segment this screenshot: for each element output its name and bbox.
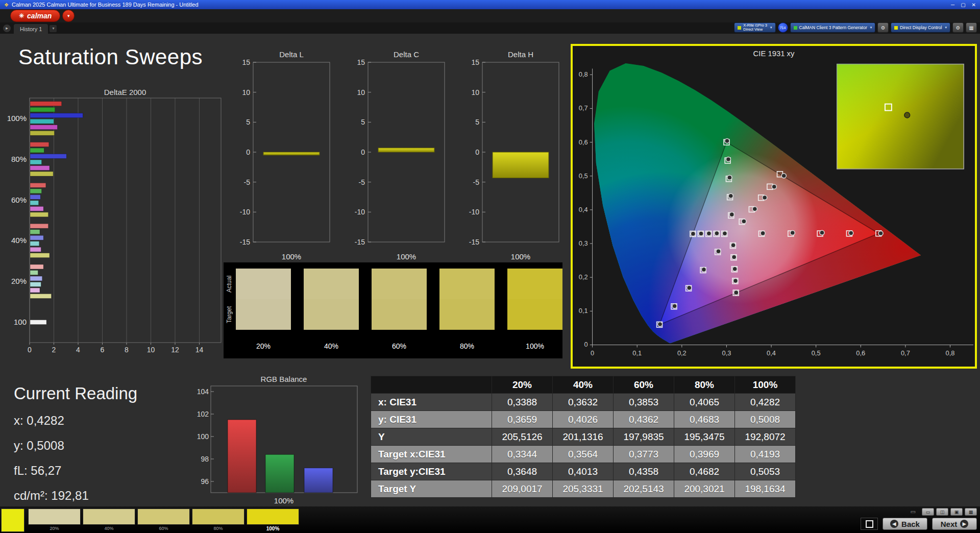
row-label: Target x:CIE31 <box>371 446 492 463</box>
patch-swatch-60%[interactable]: 60% <box>137 508 190 531</box>
chevron-down-icon: ▾ <box>870 26 872 30</box>
table-header-row: 20%40%60%80%100% <box>371 376 796 394</box>
next-arrow-icon: ▶ <box>960 520 968 528</box>
utility-button-4[interactable]: ▦ <box>965 508 977 516</box>
logo-menu-chevron-icon[interactable]: ▾ <box>62 10 75 22</box>
svg-text:2: 2 <box>52 346 56 354</box>
svg-text:4: 4 <box>76 346 80 354</box>
patch-swatch-20%[interactable]: 20% <box>28 508 81 531</box>
patch-color <box>28 508 81 525</box>
saturation-swatch-40%: 40% <box>304 269 359 350</box>
saturation-swatch-20%: 20% <box>236 269 291 350</box>
svg-text:0,6: 0,6 <box>856 349 865 357</box>
pattern-generator-label: CalMAN Client 3 Pattern Generator <box>799 25 867 30</box>
table-cell: 0,3388 <box>492 394 553 411</box>
delta-l-chart: Delta L151050-5-10-15100% <box>229 49 336 269</box>
swatch-label: 40% <box>304 342 359 350</box>
table-row: x: CIE310,33880,36320,38530,40650,4282 <box>371 394 796 411</box>
pattern-settings-gear-icon[interactable]: ⚙ <box>877 22 889 33</box>
svg-text:100%: 100% <box>274 496 293 505</box>
svg-text:5: 5 <box>246 118 250 126</box>
svg-text:0,4: 0,4 <box>579 206 588 213</box>
table-cell: 0,3773 <box>614 446 674 463</box>
svg-text:-15: -15 <box>469 238 479 246</box>
back-label: Back <box>901 520 920 528</box>
table-cell: 0,3564 <box>553 446 614 463</box>
utility-button-2[interactable]: ◫ <box>936 508 948 516</box>
next-button[interactable]: Next ▶ <box>932 518 977 530</box>
swatch-label: 100% <box>507 342 562 350</box>
table-cell: 202,5143 <box>614 480 674 498</box>
svg-text:104: 104 <box>197 387 209 396</box>
table-cell: 0,4026 <box>553 411 614 428</box>
target-color <box>304 299 359 330</box>
svg-text:0: 0 <box>361 148 365 156</box>
svg-text:0: 0 <box>28 346 32 354</box>
table-cell: 0,4193 <box>735 446 796 463</box>
svg-text:12: 12 <box>171 346 179 354</box>
table-cell: 201,1316 <box>553 428 614 446</box>
back-button[interactable]: ◀ Back <box>883 518 927 530</box>
back-arrow-icon: ◀ <box>890 520 898 528</box>
svg-text:0,5: 0,5 <box>812 349 821 357</box>
svg-text:5: 5 <box>475 118 479 126</box>
utility-button-3[interactable]: ▣ <box>950 508 963 516</box>
meter-selector[interactable]: X-Rite i1Pro 3 Direct View ▾ <box>734 22 775 33</box>
stop-icon <box>866 520 873 528</box>
layout-grid-icon[interactable]: ▦ <box>966 22 977 33</box>
utility-button-1[interactable]: ▭ <box>922 508 934 516</box>
close-button[interactable]: ✕ <box>972 2 976 8</box>
patch-swatch-80%[interactable]: 80% <box>192 508 244 531</box>
patch-color <box>247 508 299 525</box>
row-label: Y <box>371 428 492 446</box>
window-titlebar: ❖ Calman 2025 Calman Ultimate for Busine… <box>0 0 980 9</box>
table-cell: 198,1634 <box>735 480 796 498</box>
svg-text:0,1: 0,1 <box>579 307 588 314</box>
deltae-2000-chart: DeltaE 200002468101214100%80%60%40%20%10… <box>4 88 229 377</box>
measurement-table: 20%40%60%80%100%x: CIE310,33880,36320,38… <box>371 376 796 498</box>
meter-badge[interactable]: 714 <box>778 22 788 33</box>
calman-logo-text: calman <box>27 12 52 20</box>
display-settings-gear-icon[interactable]: ⚙ <box>952 22 964 33</box>
svg-text:100%: 100% <box>511 252 530 261</box>
stop-button[interactable] <box>861 518 878 530</box>
svg-text:10: 10 <box>471 88 479 96</box>
patch-swatch-100%[interactable]: 100% <box>247 508 299 531</box>
actual-color <box>372 269 427 299</box>
tab-dropdown-icon[interactable]: ▾ <box>50 25 57 32</box>
svg-text:14: 14 <box>195 346 204 354</box>
table-cell: 0,3853 <box>614 394 674 411</box>
tab-history-1[interactable]: History 1 <box>14 24 48 34</box>
pattern-status-icon <box>794 26 797 30</box>
table-row: Target Y209,0017205,3331202,5143200,3021… <box>371 480 796 498</box>
svg-text:-10: -10 <box>355 208 365 216</box>
svg-text:5: 5 <box>361 118 365 126</box>
table-cell: 0,3659 <box>492 411 553 428</box>
current-reading: Current Reading x: 0,4282 y: 0,5008 fL: … <box>14 384 137 514</box>
table-cell: 200,3021 <box>674 480 735 498</box>
svg-text:Delta C: Delta C <box>394 50 419 59</box>
svg-text:100%: 100% <box>397 252 416 261</box>
svg-text:10: 10 <box>357 88 365 96</box>
pattern-generator-selector[interactable]: CalMAN Client 3 Pattern Generator ▾ <box>790 22 876 33</box>
table-cell: 0,4682 <box>674 463 735 480</box>
svg-text:0,1: 0,1 <box>632 349 642 357</box>
tab-nav-forward-button[interactable]: ▸ <box>3 25 11 32</box>
swatch-label: 20% <box>236 342 291 350</box>
table-row: Target x:CIE310,33440,35640,37730,39690,… <box>371 446 796 463</box>
svg-text:DeltaE 2000: DeltaE 2000 <box>104 88 146 96</box>
minimize-button[interactable]: ─ <box>951 2 954 8</box>
row-label: x: CIE31 <box>371 394 492 411</box>
svg-text:96: 96 <box>201 477 209 486</box>
maximize-button[interactable]: ▢ <box>961 2 965 8</box>
rgb-balance-chart: RGB Balance9698100102104100% <box>194 375 362 506</box>
table-cell: 0,3648 <box>492 463 553 480</box>
calman-logo-button[interactable]: ✳ calman <box>10 10 60 22</box>
display-control-selector[interactable]: Direct Display Control ▾ <box>891 22 950 33</box>
target-color <box>439 299 495 330</box>
svg-text:0: 0 <box>584 341 588 349</box>
svg-text:100: 100 <box>14 318 27 326</box>
table-cell: 0,3632 <box>553 394 614 411</box>
delta-h-chart: Delta H151050-5-10-15100% <box>458 49 565 269</box>
patch-swatch-40%[interactable]: 40% <box>83 508 135 531</box>
